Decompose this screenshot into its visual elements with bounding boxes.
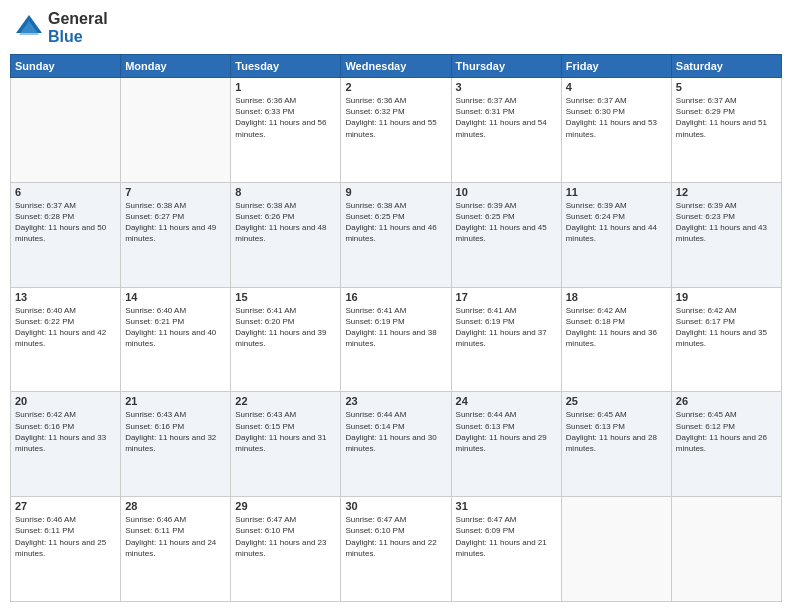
calendar-week-row: 13Sunrise: 6:40 AM Sunset: 6:22 PM Dayli… — [11, 287, 782, 392]
calendar-cell: 29Sunrise: 6:47 AM Sunset: 6:10 PM Dayli… — [231, 497, 341, 602]
logo: General Blue — [14, 10, 108, 46]
col-header-sunday: Sunday — [11, 55, 121, 78]
calendar-cell: 24Sunrise: 6:44 AM Sunset: 6:13 PM Dayli… — [451, 392, 561, 497]
calendar-cell: 11Sunrise: 6:39 AM Sunset: 6:24 PM Dayli… — [561, 182, 671, 287]
day-number: 21 — [125, 395, 226, 407]
day-info: Sunrise: 6:37 AM Sunset: 6:31 PM Dayligh… — [456, 95, 557, 140]
calendar-cell: 13Sunrise: 6:40 AM Sunset: 6:22 PM Dayli… — [11, 287, 121, 392]
day-number: 30 — [345, 500, 446, 512]
day-info: Sunrise: 6:47 AM Sunset: 6:09 PM Dayligh… — [456, 514, 557, 559]
day-number: 5 — [676, 81, 777, 93]
day-number: 19 — [676, 291, 777, 303]
day-info: Sunrise: 6:38 AM Sunset: 6:25 PM Dayligh… — [345, 200, 446, 245]
day-number: 29 — [235, 500, 336, 512]
day-info: Sunrise: 6:40 AM Sunset: 6:22 PM Dayligh… — [15, 305, 116, 350]
day-info: Sunrise: 6:37 AM Sunset: 6:30 PM Dayligh… — [566, 95, 667, 140]
calendar-cell: 14Sunrise: 6:40 AM Sunset: 6:21 PM Dayli… — [121, 287, 231, 392]
day-info: Sunrise: 6:39 AM Sunset: 6:23 PM Dayligh… — [676, 200, 777, 245]
calendar-cell: 31Sunrise: 6:47 AM Sunset: 6:09 PM Dayli… — [451, 497, 561, 602]
day-number: 1 — [235, 81, 336, 93]
calendar-cell: 30Sunrise: 6:47 AM Sunset: 6:10 PM Dayli… — [341, 497, 451, 602]
day-number: 11 — [566, 186, 667, 198]
day-info: Sunrise: 6:39 AM Sunset: 6:25 PM Dayligh… — [456, 200, 557, 245]
day-info: Sunrise: 6:42 AM Sunset: 6:16 PM Dayligh… — [15, 409, 116, 454]
logo-icon — [14, 13, 44, 43]
col-header-tuesday: Tuesday — [231, 55, 341, 78]
calendar-cell: 9Sunrise: 6:38 AM Sunset: 6:25 PM Daylig… — [341, 182, 451, 287]
calendar-header-row: SundayMondayTuesdayWednesdayThursdayFrid… — [11, 55, 782, 78]
calendar-cell: 25Sunrise: 6:45 AM Sunset: 6:13 PM Dayli… — [561, 392, 671, 497]
day-number: 14 — [125, 291, 226, 303]
day-number: 24 — [456, 395, 557, 407]
calendar-cell: 3Sunrise: 6:37 AM Sunset: 6:31 PM Daylig… — [451, 78, 561, 183]
day-info: Sunrise: 6:42 AM Sunset: 6:18 PM Dayligh… — [566, 305, 667, 350]
calendar-cell: 22Sunrise: 6:43 AM Sunset: 6:15 PM Dayli… — [231, 392, 341, 497]
day-number: 27 — [15, 500, 116, 512]
day-number: 26 — [676, 395, 777, 407]
calendar-week-row: 1Sunrise: 6:36 AM Sunset: 6:33 PM Daylig… — [11, 78, 782, 183]
day-info: Sunrise: 6:45 AM Sunset: 6:12 PM Dayligh… — [676, 409, 777, 454]
day-info: Sunrise: 6:41 AM Sunset: 6:19 PM Dayligh… — [345, 305, 446, 350]
day-number: 25 — [566, 395, 667, 407]
day-info: Sunrise: 6:40 AM Sunset: 6:21 PM Dayligh… — [125, 305, 226, 350]
day-number: 10 — [456, 186, 557, 198]
page: General Blue SundayMondayTuesdayWednesda… — [0, 0, 792, 612]
calendar-week-row: 27Sunrise: 6:46 AM Sunset: 6:11 PM Dayli… — [11, 497, 782, 602]
day-number: 15 — [235, 291, 336, 303]
day-number: 16 — [345, 291, 446, 303]
day-number: 22 — [235, 395, 336, 407]
calendar-cell — [121, 78, 231, 183]
calendar-cell: 18Sunrise: 6:42 AM Sunset: 6:18 PM Dayli… — [561, 287, 671, 392]
calendar-cell: 20Sunrise: 6:42 AM Sunset: 6:16 PM Dayli… — [11, 392, 121, 497]
day-info: Sunrise: 6:36 AM Sunset: 6:32 PM Dayligh… — [345, 95, 446, 140]
day-info: Sunrise: 6:39 AM Sunset: 6:24 PM Dayligh… — [566, 200, 667, 245]
day-number: 2 — [345, 81, 446, 93]
calendar-cell: 5Sunrise: 6:37 AM Sunset: 6:29 PM Daylig… — [671, 78, 781, 183]
calendar-cell — [671, 497, 781, 602]
calendar-cell: 10Sunrise: 6:39 AM Sunset: 6:25 PM Dayli… — [451, 182, 561, 287]
calendar-cell: 1Sunrise: 6:36 AM Sunset: 6:33 PM Daylig… — [231, 78, 341, 183]
day-info: Sunrise: 6:45 AM Sunset: 6:13 PM Dayligh… — [566, 409, 667, 454]
calendar-cell: 2Sunrise: 6:36 AM Sunset: 6:32 PM Daylig… — [341, 78, 451, 183]
calendar-cell: 21Sunrise: 6:43 AM Sunset: 6:16 PM Dayli… — [121, 392, 231, 497]
calendar-cell: 16Sunrise: 6:41 AM Sunset: 6:19 PM Dayli… — [341, 287, 451, 392]
day-info: Sunrise: 6:47 AM Sunset: 6:10 PM Dayligh… — [235, 514, 336, 559]
day-info: Sunrise: 6:44 AM Sunset: 6:14 PM Dayligh… — [345, 409, 446, 454]
day-number: 17 — [456, 291, 557, 303]
calendar-cell: 7Sunrise: 6:38 AM Sunset: 6:27 PM Daylig… — [121, 182, 231, 287]
day-number: 6 — [15, 186, 116, 198]
calendar-cell — [11, 78, 121, 183]
calendar-cell: 28Sunrise: 6:46 AM Sunset: 6:11 PM Dayli… — [121, 497, 231, 602]
day-info: Sunrise: 6:43 AM Sunset: 6:16 PM Dayligh… — [125, 409, 226, 454]
day-number: 4 — [566, 81, 667, 93]
day-number: 12 — [676, 186, 777, 198]
col-header-thursday: Thursday — [451, 55, 561, 78]
day-info: Sunrise: 6:41 AM Sunset: 6:20 PM Dayligh… — [235, 305, 336, 350]
calendar-cell: 17Sunrise: 6:41 AM Sunset: 6:19 PM Dayli… — [451, 287, 561, 392]
calendar-cell: 23Sunrise: 6:44 AM Sunset: 6:14 PM Dayli… — [341, 392, 451, 497]
day-number: 8 — [235, 186, 336, 198]
calendar-cell: 19Sunrise: 6:42 AM Sunset: 6:17 PM Dayli… — [671, 287, 781, 392]
col-header-friday: Friday — [561, 55, 671, 78]
day-number: 31 — [456, 500, 557, 512]
calendar-table: SundayMondayTuesdayWednesdayThursdayFrid… — [10, 54, 782, 602]
day-info: Sunrise: 6:44 AM Sunset: 6:13 PM Dayligh… — [456, 409, 557, 454]
day-info: Sunrise: 6:37 AM Sunset: 6:29 PM Dayligh… — [676, 95, 777, 140]
day-number: 28 — [125, 500, 226, 512]
day-info: Sunrise: 6:41 AM Sunset: 6:19 PM Dayligh… — [456, 305, 557, 350]
calendar-cell: 4Sunrise: 6:37 AM Sunset: 6:30 PM Daylig… — [561, 78, 671, 183]
calendar-cell: 8Sunrise: 6:38 AM Sunset: 6:26 PM Daylig… — [231, 182, 341, 287]
calendar-cell: 26Sunrise: 6:45 AM Sunset: 6:12 PM Dayli… — [671, 392, 781, 497]
day-info: Sunrise: 6:42 AM Sunset: 6:17 PM Dayligh… — [676, 305, 777, 350]
day-number: 18 — [566, 291, 667, 303]
calendar-week-row: 20Sunrise: 6:42 AM Sunset: 6:16 PM Dayli… — [11, 392, 782, 497]
day-number: 13 — [15, 291, 116, 303]
day-number: 7 — [125, 186, 226, 198]
calendar-cell: 15Sunrise: 6:41 AM Sunset: 6:20 PM Dayli… — [231, 287, 341, 392]
calendar-cell: 27Sunrise: 6:46 AM Sunset: 6:11 PM Dayli… — [11, 497, 121, 602]
day-info: Sunrise: 6:47 AM Sunset: 6:10 PM Dayligh… — [345, 514, 446, 559]
day-info: Sunrise: 6:36 AM Sunset: 6:33 PM Dayligh… — [235, 95, 336, 140]
day-info: Sunrise: 6:46 AM Sunset: 6:11 PM Dayligh… — [125, 514, 226, 559]
day-number: 20 — [15, 395, 116, 407]
calendar-cell: 6Sunrise: 6:37 AM Sunset: 6:28 PM Daylig… — [11, 182, 121, 287]
